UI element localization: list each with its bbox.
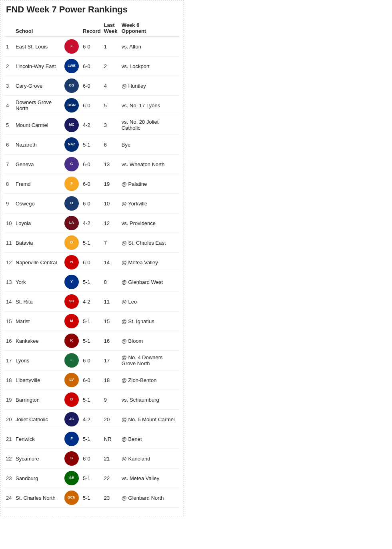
school-logo: G [64, 157, 79, 171]
school-logo: MC [64, 118, 79, 132]
logo-cell: F [62, 429, 81, 449]
rank-cell: 19 [4, 390, 14, 410]
rank-cell: 14 [4, 292, 14, 312]
lastweek-cell: 15 [102, 312, 120, 331]
rank-cell: 6 [4, 135, 14, 155]
record-cell: 5-1 [81, 469, 102, 488]
opponent-cell: Bye [120, 135, 180, 155]
school-logo: F [64, 432, 79, 446]
school-logo: B [64, 235, 79, 250]
record-cell: 6-0 [81, 370, 102, 390]
logo-text: G [70, 162, 73, 166]
lastweek-cell: 13 [102, 155, 120, 174]
record-cell: 5-1 [81, 233, 102, 253]
logo-cell: SE [62, 469, 81, 488]
logo-cell: S [62, 449, 81, 469]
school-cell: Downers Grove North [14, 96, 62, 115]
school-logo: CG [64, 78, 79, 93]
logo-text: S [70, 456, 73, 461]
lastweek-cell: 14 [102, 253, 120, 272]
record-header: Record [81, 20, 102, 37]
opponent-cell: @ Glenbard North [120, 488, 180, 508]
opponent-header: Week 6 Opponent [120, 20, 180, 37]
rank-cell: 4 [4, 96, 14, 115]
table-row: 19BarringtonB5-19vs. Schaumburg [4, 390, 180, 410]
logo-cell: K [62, 331, 81, 351]
lastweek-cell: NR [102, 429, 120, 449]
table-row: 20Joliet CatholicJC4-220@ No. 5 Mount Ca… [4, 410, 180, 429]
lastweek-cell: 2 [102, 56, 120, 76]
opponent-cell: vs. Providence [120, 213, 180, 233]
school-cell: St. Charles North [14, 488, 62, 508]
opponent-cell: @ No. 4 Downers Grove North [120, 351, 180, 370]
rank-cell: 18 [4, 370, 14, 390]
lastweek-cell: 21 [102, 449, 120, 469]
rank-cell: 11 [4, 233, 14, 253]
school-cell: Marist [14, 312, 62, 331]
record-cell: 6-0 [81, 253, 102, 272]
opponent-cell: @ Zion-Benton [120, 370, 180, 390]
logo-text: F [70, 182, 73, 186]
school-logo: LWE [64, 59, 79, 73]
lastweek-cell: 3 [102, 115, 120, 135]
logo-text: K [70, 339, 73, 343]
logo-text: L [70, 358, 73, 362]
school-logo: M [64, 314, 79, 328]
logo-text: F [70, 44, 73, 48]
opponent-cell: @ No. 5 Mount Carmel [120, 410, 180, 429]
rank-cell: 23 [4, 469, 14, 488]
logo-text: M [70, 319, 73, 323]
rank-cell: 1 [4, 37, 14, 56]
rank-cell: 24 [4, 488, 14, 508]
logo-text: CG [69, 84, 74, 88]
opponent-cell: @ Kaneland [120, 449, 180, 469]
table-row: 15MaristM5-115@ St. Ignatius [4, 312, 180, 331]
school-logo: LV [64, 373, 79, 387]
logo-text: O [70, 201, 73, 205]
logo-cell: CG [62, 76, 81, 96]
rank-header [4, 20, 14, 37]
logo-cell: DGN [62, 96, 81, 115]
opponent-cell: vs. Metea Valley [120, 469, 180, 488]
opponent-cell: vs. No. 17 Lyons [120, 96, 180, 115]
record-cell: 5-1 [81, 135, 102, 155]
school-logo: Y [64, 275, 79, 289]
school-cell: Mount Carmel [14, 115, 62, 135]
table-row: 24St. Charles NorthSCN5-123@ Glenbard No… [4, 488, 180, 508]
logo-header [62, 20, 81, 37]
logo-text: F [70, 437, 73, 441]
school-cell: St. Rita [14, 292, 62, 312]
school-cell: East St. Louis [14, 37, 62, 56]
school-cell: Loyola [14, 213, 62, 233]
logo-text: B [70, 241, 73, 245]
rankings-container: FND Week 7 Power Rankings School Record … [0, 0, 184, 516]
opponent-cell: vs. Schaumburg [120, 390, 180, 410]
school-cell: Sandburg [14, 469, 62, 488]
record-cell: 6-0 [81, 155, 102, 174]
opponent-cell: vs. Alton [120, 37, 180, 56]
school-logo: SCN [64, 491, 79, 505]
logo-cell: F [62, 174, 81, 194]
opponent-cell: vs. No. 20 Joliet Catholic [120, 115, 180, 135]
logo-text: B [70, 398, 73, 402]
school-logo: N [64, 255, 79, 269]
opponent-cell: @ St. Charles East [120, 233, 180, 253]
lastweek-cell: 11 [102, 292, 120, 312]
table-row: 1East St. LouisF6-01vs. Alton [4, 37, 180, 56]
school-cell: Barrington [14, 390, 62, 410]
school-cell: York [14, 272, 62, 292]
table-row: 11BataviaB5-17@ St. Charles East [4, 233, 180, 253]
record-cell: 6-0 [81, 174, 102, 194]
logo-cell: L [62, 351, 81, 370]
logo-cell: SCN [62, 488, 81, 508]
lastweek-cell: 17 [102, 351, 120, 370]
school-cell: Kankakee [14, 331, 62, 351]
logo-cell: LA [62, 213, 81, 233]
lastweek-cell: 16 [102, 331, 120, 351]
lastweek-cell: 7 [102, 233, 120, 253]
record-cell: 6-0 [81, 194, 102, 213]
logo-text: SE [69, 476, 74, 480]
school-header: School [14, 20, 62, 37]
logo-cell: MC [62, 115, 81, 135]
record-cell: 5-1 [81, 488, 102, 508]
